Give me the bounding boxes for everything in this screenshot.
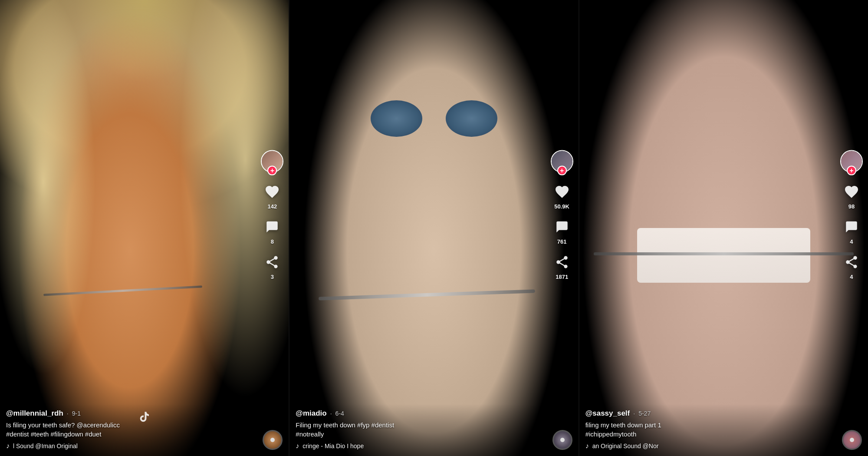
avatar-panel-3[interactable]: +	[840, 150, 863, 173]
like-button-3[interactable]: 98	[842, 182, 861, 210]
side-actions-panel-3: + 98 4 4	[840, 150, 863, 280]
comment-count-1: 8	[271, 238, 274, 245]
comment-button-2[interactable]: 761	[552, 218, 572, 245]
share-count-3: 4	[850, 274, 853, 280]
caption-3: filing my teeth down part 1 #ichippedmyt…	[585, 420, 832, 439]
username-2[interactable]: @miadio	[296, 409, 326, 418]
follow-button-2[interactable]: +	[557, 166, 567, 175]
share-count-1: 3	[271, 274, 274, 280]
username-3[interactable]: @sassy_self	[585, 409, 630, 418]
comment-button-3[interactable]: 4	[842, 218, 861, 245]
share-button-3[interactable]: 4	[842, 253, 861, 280]
comment-count-3: 4	[850, 238, 853, 245]
dot-3: ·	[633, 410, 635, 417]
video-panel-3[interactable]: + 98 4 4	[579, 0, 868, 456]
like-button-2[interactable]: 50.9K	[552, 182, 572, 210]
caption-2: Filing my teeth down #fyp #dentist #notr…	[296, 420, 542, 439]
comment-button-1[interactable]: 8	[263, 218, 282, 245]
music-note-3: ♪	[585, 442, 589, 450]
avatar-panel-1[interactable]: +	[261, 150, 283, 173]
share-button-1[interactable]: 3	[263, 253, 282, 280]
dot-2: ·	[330, 410, 332, 417]
sound-text-2: cringe - Mia Dio I hope	[302, 443, 364, 449]
comment-count-2: 761	[557, 238, 567, 245]
like-count-3: 98	[848, 203, 855, 210]
caption-1: Is filing your teeth safe? @acerendulicc…	[6, 420, 252, 439]
sound-text-1: l Sound @Iman Original	[13, 443, 78, 449]
like-button-1[interactable]: 142	[263, 182, 282, 210]
bottom-info-3: @sassy_self · 5-27 filing my teeth down …	[579, 404, 838, 456]
sound-text-3: an Original Sound @Nor	[592, 443, 659, 449]
date-text-1: 9-1	[72, 410, 81, 417]
like-count-1: 142	[267, 203, 277, 210]
video-panel-1[interactable]: + 142 8 3	[0, 0, 289, 456]
share-button-2[interactable]: 1871	[552, 253, 572, 280]
date-1: ·	[67, 410, 69, 417]
music-note-1: ♪	[6, 442, 10, 450]
follow-button-1[interactable]: +	[267, 166, 277, 175]
share-count-2: 1871	[556, 274, 568, 280]
music-disc-3[interactable]	[842, 430, 862, 450]
side-actions-panel-2: + 50.9K 761 1871	[551, 150, 573, 280]
video-panel-2[interactable]: + 50.9K 761 1871	[289, 0, 578, 456]
sound-bar-3[interactable]: ♪ an Original Sound @Nor	[585, 442, 832, 450]
music-disc-1[interactable]	[263, 430, 283, 450]
avatar-panel-2[interactable]: +	[551, 150, 573, 173]
disc-center-1	[270, 438, 275, 442]
tiktok-watermark-1	[138, 411, 151, 425]
music-disc-2[interactable]	[552, 430, 572, 450]
username-1[interactable]: @millennial_rdh	[6, 409, 63, 418]
date-text-3: 5-27	[638, 410, 651, 417]
bottom-info-1: @millennial_rdh · 9-1 Is filing your tee…	[0, 404, 258, 456]
sound-bar-2[interactable]: ♪ cringe - Mia Dio I hope	[296, 442, 542, 450]
follow-button-3[interactable]: +	[847, 166, 856, 175]
side-actions-panel-1: + 142 8 3	[261, 150, 283, 280]
disc-center-3	[850, 438, 854, 442]
sound-bar-1[interactable]: ♪ l Sound @Iman Original	[6, 442, 252, 450]
bottom-info-2: @miadio · 6-4 Filing my teeth down #fyp …	[289, 404, 548, 456]
music-note-2: ♪	[296, 442, 299, 450]
disc-center-2	[560, 438, 565, 442]
like-count-2: 50.9K	[554, 203, 569, 210]
date-text-2: 6-4	[335, 410, 344, 417]
